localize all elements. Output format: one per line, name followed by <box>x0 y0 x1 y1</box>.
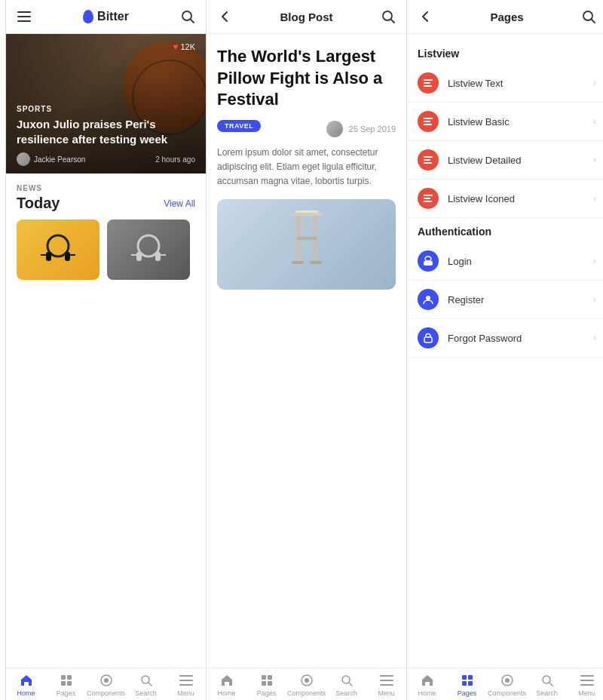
components-icon-blog <box>299 673 314 688</box>
listview-iconed-icon <box>418 188 439 209</box>
svg-point-20 <box>104 678 109 683</box>
forgot-password-item[interactable]: Forgot Password › <box>407 319 603 358</box>
listview-text-icon <box>418 72 439 94</box>
nav-search-label-blog: Search <box>335 689 357 697</box>
svg-rect-56 <box>424 162 432 164</box>
nav-menu-label-blog: Menu <box>378 689 395 697</box>
svg-rect-32 <box>296 237 317 240</box>
pages-icon <box>59 673 74 688</box>
svg-line-4 <box>191 20 194 23</box>
nav-search-pages[interactable]: Search <box>527 673 567 697</box>
svg-rect-48 <box>424 79 433 81</box>
nav-components-label: Components <box>87 689 125 697</box>
login-label: Login <box>448 256 593 267</box>
svg-rect-73 <box>580 680 594 681</box>
pages-header: Pages <box>407 0 603 34</box>
screen-blog-post: Blog Post The World's Largest Pillow Fig… <box>207 0 407 700</box>
post-time: 2 hours ago <box>155 155 195 164</box>
news-thumb-1[interactable] <box>17 220 99 280</box>
svg-rect-0 <box>17 11 31 13</box>
listview-basic-chevron: › <box>593 116 596 127</box>
news-today: Today <box>17 195 60 212</box>
nav-menu[interactable]: Menu <box>166 673 206 697</box>
nav-components[interactable]: Components <box>86 673 126 697</box>
svg-rect-44 <box>380 680 393 681</box>
nav-home-blog[interactable]: Home <box>207 673 246 697</box>
logo-drop-icon <box>83 10 93 23</box>
nav-pages-label-pages: Pages <box>458 689 477 697</box>
pages-icon-pages <box>460 673 475 688</box>
svg-point-3 <box>182 11 191 20</box>
svg-line-47 <box>592 20 595 23</box>
svg-rect-59 <box>424 201 432 202</box>
bottom-nav-pages: Home Pages Components Search <box>407 668 603 700</box>
svg-point-46 <box>583 11 592 20</box>
search-icon-nav-pages <box>540 673 555 688</box>
svg-rect-57 <box>424 195 433 196</box>
nav-pages-pages[interactable]: Pages <box>447 673 487 697</box>
news-thumb-2[interactable] <box>107 220 190 280</box>
login-item[interactable]: Login › <box>407 242 603 281</box>
svg-line-27 <box>391 20 394 23</box>
bottom-nav-blog: Home Pages Components Search <box>207 668 406 700</box>
nav-pages-blog[interactable]: Pages <box>246 673 286 697</box>
menu-nav-icon <box>179 673 194 688</box>
nav-components-blog[interactable]: Components <box>286 673 326 697</box>
listview-basic-item[interactable]: Listview Basic › <box>407 103 603 141</box>
blog-scroll: The World's Largest Pillow Fight is Also… <box>207 34 406 668</box>
pages-scroll: Listview Listview Text › Listview Basic … <box>407 34 603 668</box>
search-icon-blog[interactable] <box>381 9 396 24</box>
nav-menu-pages[interactable]: Menu <box>567 673 603 697</box>
nav-components-pages[interactable]: Components <box>487 673 527 697</box>
like-count: 12K <box>180 42 195 51</box>
news-cards <box>17 220 195 280</box>
nav-home-pages[interactable]: Home <box>407 673 447 697</box>
news-header: Today View All <box>17 195 195 212</box>
listview-text-chevron: › <box>593 78 596 88</box>
svg-rect-23 <box>179 675 193 677</box>
view-all-link[interactable]: View All <box>164 198 195 209</box>
listview-text-label: Listview Text <box>448 78 593 89</box>
svg-point-69 <box>505 678 510 683</box>
nav-pages[interactable]: Pages <box>46 673 86 697</box>
article-tag: TRAVEL <box>217 120 261 132</box>
news-label: NEWS <box>17 184 195 192</box>
nav-menu-blog[interactable]: Menu <box>366 673 406 697</box>
svg-rect-45 <box>380 684 393 686</box>
menu-nav-icon-blog <box>379 673 394 688</box>
nav-search-blog[interactable]: Search <box>326 673 366 697</box>
svg-rect-66 <box>462 681 467 686</box>
components-icon <box>99 673 114 688</box>
listview-detailed-chevron: › <box>593 155 596 165</box>
register-chevron: › <box>593 294 596 305</box>
screen-home: Bitter ♥ 12K SPORTS Juxon Julio praises … <box>6 0 207 700</box>
nav-search[interactable]: Search <box>126 673 166 697</box>
forgot-password-label: Forgot Password <box>448 333 593 344</box>
login-icon <box>418 250 439 272</box>
svg-rect-34 <box>310 261 322 264</box>
svg-rect-18 <box>67 681 72 686</box>
register-item[interactable]: Register › <box>407 281 603 319</box>
listview-text-item[interactable]: Listview Text › <box>407 64 603 103</box>
pages-title: Pages <box>490 11 523 23</box>
home-icon-blog <box>219 673 234 688</box>
hero-tag: SPORTS <box>17 105 195 113</box>
hero-like: ♥ 12K <box>173 41 195 52</box>
svg-point-26 <box>383 11 392 20</box>
author-name: Jackie Pearson <box>34 155 85 164</box>
hero-meta: Jackie Pearson 2 hours ago <box>17 152 195 166</box>
search-icon-pages[interactable] <box>581 9 596 24</box>
listview-iconed-item[interactable]: Listview Iconed › <box>407 180 603 218</box>
back-button[interactable] <box>217 9 232 24</box>
pages-icon-blog <box>259 673 274 688</box>
bottom-nav-home: Home Pages Components Search <box>6 668 206 700</box>
listview-detailed-item[interactable]: Listview Detailed › <box>407 141 603 180</box>
back-button-pages[interactable] <box>418 9 433 24</box>
nav-home[interactable]: Home <box>6 673 46 697</box>
listview-basic-label: Listview Basic <box>448 116 593 127</box>
listview-iconed-chevron: › <box>593 193 596 204</box>
home-icon <box>19 673 34 688</box>
svg-rect-37 <box>262 681 266 686</box>
menu-icon[interactable] <box>17 9 32 24</box>
search-icon-home[interactable] <box>180 9 195 24</box>
